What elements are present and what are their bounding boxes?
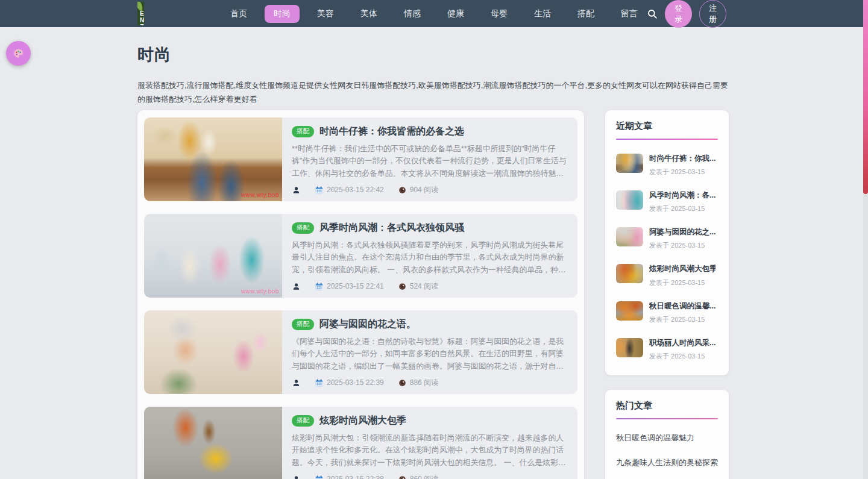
article-list: www.wty.bob 搭配 时尚牛仔裤：你我皆需的必备之选 **时尚牛仔裤：我… — [137, 110, 584, 479]
article-excerpt: **时尚牛仔裤：我们生活中的不可或缺的必备单品**标题中所提到的"时尚牛仔裤"作… — [292, 143, 567, 180]
recent-item-1[interactable]: 时尚牛仔裤：你我... 发表于 2025-03-15 — [616, 154, 718, 177]
article-body: 搭配 时尚牛仔裤：你我皆需的必备之选 **时尚牛仔裤：我们生活中的不可或缺的必备… — [282, 117, 577, 201]
page-scrollbar-thumb[interactable] — [863, 0, 868, 194]
nav-item-baby[interactable]: 母婴 — [482, 5, 517, 23]
recent-item-title[interactable]: 风季时尚风潮：各... — [649, 190, 715, 200]
category-badge[interactable]: 搭配 — [292, 319, 314, 330]
recent-item-3[interactable]: 阿婆与囡囡的花之... 发表于 2025-03-15 — [616, 227, 718, 250]
content-area: www.wty.bob 搭配 时尚牛仔裤：你我皆需的必备之选 **时尚牛仔裤：我… — [137, 110, 729, 479]
recent-item-text: 时尚牛仔裤：你我... 发表于 2025-03-15 — [649, 154, 715, 177]
calendar-icon — [315, 378, 324, 387]
image-watermark: www.wty.bob — [241, 192, 279, 198]
recent-item-title[interactable]: 秋日暖色调的温馨... — [649, 301, 715, 311]
category-badge[interactable]: 搭配 — [292, 126, 314, 137]
article-header: 搭配 时尚牛仔裤：你我皆需的必备之选 — [292, 125, 567, 138]
nav-item-health[interactable]: 健康 — [438, 5, 473, 23]
recent-item-text: 职场丽人时尚风采... 发表于 2025-03-15 — [649, 338, 715, 361]
author-icon — [292, 475, 301, 479]
article-date: 2025-03-15 22:41 — [327, 282, 384, 290]
category-badge[interactable]: 搭配 — [292, 415, 314, 427]
recent-item-text: 阿婆与囡囡的花之... 发表于 2025-03-15 — [649, 227, 715, 250]
article-title[interactable]: 阿婆与囡囡的花之语。 — [319, 318, 416, 331]
nav-item-body[interactable]: 美体 — [351, 5, 386, 23]
article-card-3[interactable]: 搭配 阿婆与囡囡的花之语。 《阿婆与囡囡的花之语：自然的诗歌与智慧》标题：阿婆与… — [144, 310, 577, 394]
recent-item-date: 发表于 2025-03-15 — [649, 167, 715, 177]
recent-item-4[interactable]: 炫彩时尚风潮大包季 发表于 2025-03-15 — [616, 264, 718, 287]
article-header: 搭配 阿婆与囡囡的花之语。 — [292, 318, 567, 331]
nav-item-beauty[interactable]: 美容 — [308, 5, 343, 23]
recent-thumbnail — [616, 227, 643, 246]
views-icon — [398, 378, 407, 387]
article-excerpt: 《阿婆与囡囡的花之语：自然的诗歌与智慧》标题：阿婆与囡囡的花之语，是我们每个人生… — [292, 336, 567, 373]
author-icon — [292, 282, 301, 291]
nav-item-life[interactable]: 生活 — [525, 5, 560, 23]
article-title[interactable]: 风季时尚风潮：各式风衣独领风骚 — [319, 222, 464, 234]
nav-item-fashion[interactable]: 时尚 — [265, 5, 300, 23]
recent-thumbnail — [616, 301, 643, 321]
recent-item-date: 发表于 2025-03-15 — [649, 278, 715, 287]
article-meta: 2025-03-15 22:42 904 阅读 — [292, 185, 567, 195]
hot-item-1[interactable]: 秋日暖色调的温馨魅力 — [616, 431, 718, 444]
article-header: 搭配 风季时尚风潮：各式风衣独领风骚 — [292, 222, 567, 234]
recent-item-text: 秋日暖色调的温馨... 发表于 2025-03-15 — [649, 301, 715, 324]
views-group: 860 阅读 — [398, 474, 438, 479]
article-thumbnail-coats[interactable]: www.wty.bob — [144, 214, 282, 298]
recent-item-2[interactable]: 风季时尚风潮：各... 发表于 2025-03-15 — [616, 190, 718, 213]
date-group: 2025-03-15 22:38 — [315, 475, 384, 479]
views-icon — [398, 475, 407, 479]
nav-item-message[interactable]: 留言 — [612, 5, 647, 23]
site-logo[interactable]: I ER N ZH VCDERATC KASNACEDER — [137, 2, 144, 25]
search-icon[interactable] — [647, 7, 658, 20]
nav-item-emotion[interactable]: 情感 — [395, 5, 430, 23]
recent-item-text: 炫彩时尚风潮大包季 发表于 2025-03-15 — [649, 264, 715, 287]
article-meta: 2025-03-15 22:39 886 阅读 — [292, 378, 567, 388]
recent-item-title[interactable]: 职场丽人时尚风采... — [649, 338, 715, 348]
register-button[interactable]: 注册 — [699, 0, 726, 28]
recent-item-date: 发表于 2025-03-15 — [649, 352, 715, 361]
article-thumbnail-jeans[interactable]: www.wty.bob — [144, 117, 282, 201]
author-icon — [292, 186, 301, 195]
hot-item-2[interactable]: 九条趣味人生法则的奥秘探索 — [616, 456, 718, 469]
article-title[interactable]: 炫彩时尚风潮大包季 — [319, 415, 406, 427]
heading-underline — [616, 418, 718, 419]
main-nav: 首页 时尚 美容 美体 情感 健康 母婴 生活 搭配 留言 — [221, 5, 647, 23]
category-badge[interactable]: 搭配 — [292, 222, 314, 234]
recent-thumbnail — [616, 338, 643, 357]
recent-item-date: 发表于 2025-03-15 — [649, 241, 715, 250]
article-date: 2025-03-15 22:42 — [327, 186, 384, 194]
recent-item-title[interactable]: 时尚牛仔裤：你我... — [649, 154, 715, 163]
recent-thumbnail — [616, 190, 643, 210]
article-card-2[interactable]: www.wty.bob 搭配 风季时尚风潮：各式风衣独领风骚 风季时尚风潮：各式… — [144, 214, 577, 298]
article-views: 886 阅读 — [410, 378, 438, 388]
article-title[interactable]: 时尚牛仔裤：你我皆需的必备之选 — [319, 125, 464, 138]
page-description: 服装搭配技巧,流行服饰搭配,维度女性服饰频道是提供女性网友日韩服饰搭配技巧,欧美… — [137, 79, 729, 107]
article-thumbnail-bag[interactable]: www.wty.bob — [144, 407, 282, 479]
article-thumbnail-granny[interactable] — [144, 310, 282, 394]
hot-articles-title: 热门文章 — [616, 400, 718, 412]
recent-item-title[interactable]: 炫彩时尚风潮大包季 — [649, 264, 715, 274]
views-group: 904 阅读 — [398, 185, 438, 195]
recent-item-date: 发表于 2025-03-15 — [649, 315, 715, 324]
recent-item-5[interactable]: 秋日暖色调的温馨... 发表于 2025-03-15 — [616, 301, 718, 324]
article-body: 搭配 阿婆与囡囡的花之语。 《阿婆与囡囡的花之语：自然的诗歌与智慧》标题：阿婆与… — [282, 310, 577, 394]
nav-item-match[interactable]: 搭配 — [568, 5, 603, 23]
theme-palette-button[interactable] — [6, 41, 31, 66]
recent-item-6[interactable]: 职场丽人时尚风采... 发表于 2025-03-15 — [616, 338, 718, 361]
page-scrollbar-track[interactable] — [863, 0, 868, 479]
article-excerpt: 炫彩时尚风潮大包：引领潮流的新选择随着时尚潮流的不断演变，越来越多的人开始追求个… — [292, 432, 567, 469]
article-card-1[interactable]: www.wty.bob 搭配 时尚牛仔裤：你我皆需的必备之选 **时尚牛仔裤：我… — [144, 117, 577, 201]
views-group: 524 阅读 — [398, 281, 438, 292]
author-group — [292, 186, 301, 195]
nav-item-home[interactable]: 首页 — [221, 5, 256, 23]
article-body: 搭配 炫彩时尚风潮大包季 炫彩时尚风潮大包：引领潮流的新选择随着时尚潮流的不断演… — [282, 407, 577, 479]
article-header: 搭配 炫彩时尚风潮大包季 — [292, 415, 567, 427]
calendar-icon — [315, 475, 324, 479]
article-views: 904 阅读 — [410, 185, 438, 195]
recent-thumbnail — [616, 154, 643, 173]
sidebar: 近期文章 时尚牛仔裤：你我... 发表于 2025-03-15 风季时尚风潮：各… — [605, 110, 729, 479]
author-group — [292, 378, 301, 387]
recent-item-title[interactable]: 阿婆与囡囡的花之... — [649, 227, 715, 237]
article-card-4[interactable]: www.wty.bob 搭配 炫彩时尚风潮大包季 炫彩时尚风潮大包：引领潮流的新… — [144, 407, 577, 479]
image-watermark: www.wty.bob — [241, 288, 279, 295]
login-button[interactable]: 登录 — [665, 0, 692, 28]
